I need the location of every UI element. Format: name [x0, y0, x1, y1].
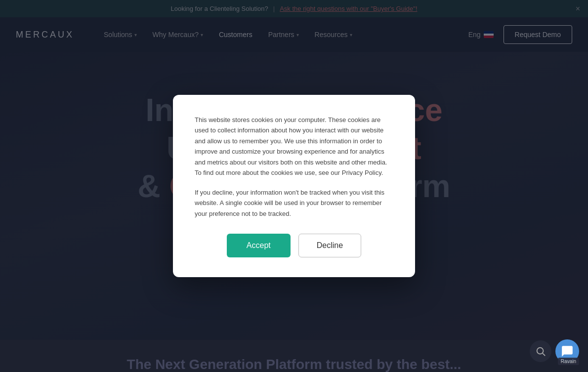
svg-point-0 [537, 348, 544, 354]
ravain-widget: Ravain [530, 339, 579, 363]
cookie-modal: This website stores cookies on your comp… [173, 95, 415, 277]
accept-button[interactable]: Accept [227, 234, 291, 257]
svg-line-1 [543, 353, 545, 356]
ravain-label: Ravain [558, 358, 579, 365]
cookie-text-primary: This website stores cookies on your comp… [195, 115, 393, 178]
cookie-text-secondary: If you decline, your information won't b… [195, 187, 393, 219]
modal-overlay: This website stores cookies on your comp… [0, 0, 588, 372]
cookie-buttons: Accept Decline [195, 234, 393, 257]
decline-button[interactable]: Decline [298, 234, 361, 257]
ravain-search-button[interactable] [530, 340, 551, 362]
